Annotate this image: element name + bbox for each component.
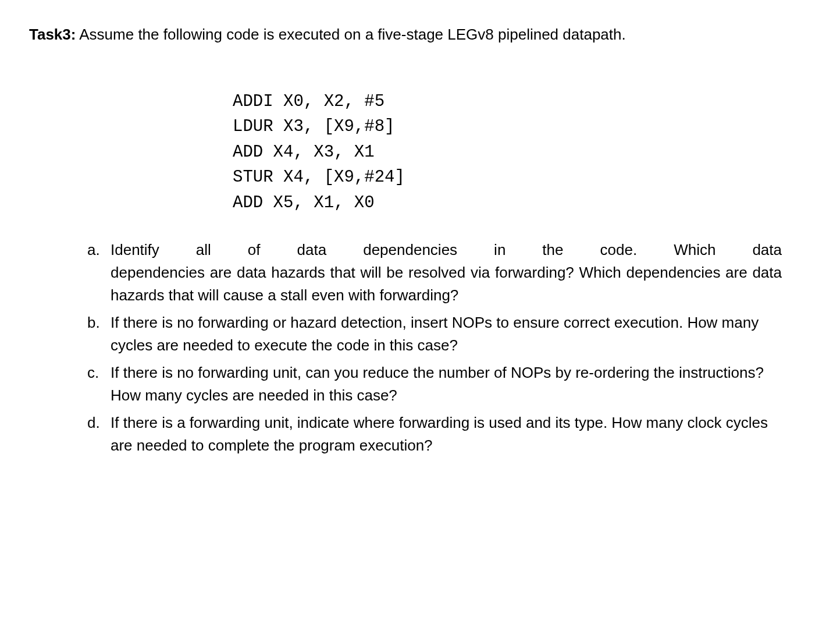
question-d: d. If there is a forwarding unit, indica… [87, 412, 782, 457]
code-line-4: STUR X4, [X9,#24] [233, 168, 405, 187]
code-line-3: ADD X4, X3, X1 [233, 143, 375, 162]
question-letter-a: a. [87, 239, 111, 307]
question-a-rest: dependencies are data hazards that will … [111, 264, 782, 304]
code-line-5: ADD X5, X1, X0 [233, 193, 375, 212]
task-intro: Task3: Assume the following code is exec… [29, 23, 811, 46]
code-block: ADDI X0, X2, #5 LDUR X3, [X9,#8] ADD X4,… [233, 63, 811, 215]
code-line-2: LDUR X3, [X9,#8] [233, 117, 394, 136]
code-line-1: ADDI X0, X2, #5 [233, 92, 385, 111]
question-text-d: If there is a forwarding unit, indicate … [111, 412, 782, 457]
task-label: Task3: [29, 26, 76, 43]
question-letter-b: b. [87, 311, 111, 357]
task-intro-text: Assume the following code is executed on… [76, 26, 625, 43]
question-text-c: If there is no forwarding unit, can you … [111, 361, 782, 407]
question-text-b: If there is no forwarding or hazard dete… [111, 311, 782, 357]
question-letter-c: c. [87, 361, 111, 407]
question-letter-d: d. [87, 412, 111, 457]
question-text-a: Identify all of data dependencies in the… [111, 239, 782, 307]
question-a: a. Identify all of data dependencies in … [87, 239, 782, 307]
question-c: c. If there is no forwarding unit, can y… [87, 361, 782, 407]
question-b: b. If there is no forwarding or hazard d… [87, 311, 782, 357]
question-a-line1: Identify all of data dependencies in the… [111, 239, 782, 261]
questions-list: a. Identify all of data dependencies in … [87, 239, 782, 457]
